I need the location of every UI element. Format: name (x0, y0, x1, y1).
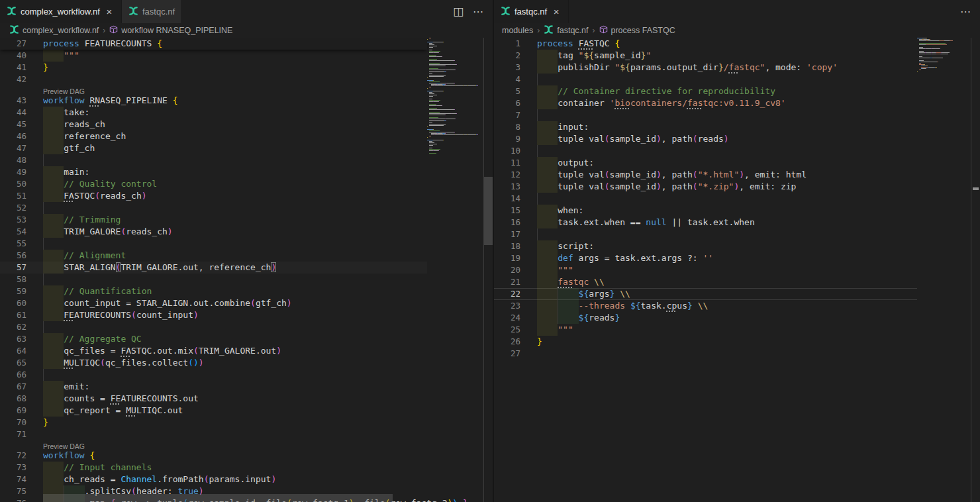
line-number[interactable]: 23 (494, 300, 520, 312)
split-editor-icon[interactable]: ◫ (453, 6, 464, 17)
line-number[interactable]: 75 (0, 485, 26, 497)
code-line[interactable]: 7 (494, 109, 917, 121)
line-number[interactable]: 69 (0, 405, 26, 417)
code-line[interactable]: 73// Input channels (0, 462, 427, 474)
minimap[interactable] (427, 38, 483, 154)
code-line[interactable]: 69qc_report = MULTIQC.out (0, 405, 427, 417)
line-number[interactable]: 27 (0, 38, 26, 50)
code-line[interactable]: 20""" (494, 264, 917, 276)
code-line[interactable]: 50// Quality control (0, 178, 427, 190)
line-number[interactable]: 47 (0, 142, 26, 154)
code-line[interactable]: 27 (494, 348, 917, 360)
line-number[interactable]: 21 (494, 276, 520, 288)
line-number[interactable]: 61 (0, 309, 26, 321)
line-number[interactable]: 48 (0, 154, 26, 166)
line-number[interactable]: 49 (0, 166, 26, 178)
line-number[interactable]: 67 (0, 381, 26, 393)
code-line[interactable]: 48 (0, 154, 427, 166)
close-icon[interactable]: × (104, 6, 115, 17)
line-number[interactable]: 5 (494, 85, 520, 97)
breadcrumb-item[interactable]: fastqc.nf (544, 25, 588, 36)
line-number[interactable]: 56 (0, 250, 26, 262)
line-number[interactable]: 50 (0, 178, 26, 190)
line-number[interactable]: 20 (494, 264, 520, 276)
line-number[interactable]: 66 (0, 369, 26, 381)
sticky-scroll-line[interactable]: 27process FEATURECOUNTS { (0, 38, 427, 50)
code-line[interactable]: 67emit: (0, 381, 427, 393)
code-line[interactable]: 56// Alignment (0, 250, 427, 262)
code-line[interactable]: 57STAR_ALIGN(TRIM_GALORE.out, reference_… (0, 262, 427, 274)
code-line[interactable]: 5// Container directive for reproducibil… (494, 85, 917, 97)
code-line[interactable]: 24${reads} (494, 312, 917, 324)
line-number[interactable]: 26 (494, 336, 520, 348)
line-number[interactable]: 12 (494, 169, 520, 181)
code-editor[interactable]: 1process FASTQC {2tag "${sample_id}"3pub… (494, 38, 980, 502)
code-line[interactable]: 3publishDir "${params.output_dir}/fastqc… (494, 62, 917, 74)
code-line[interactable]: 40""" (0, 50, 427, 62)
close-icon[interactable]: × (551, 6, 562, 17)
line-number[interactable]: 76 (0, 497, 26, 502)
code-line[interactable]: 8input: (494, 121, 917, 133)
line-number[interactable]: 11 (494, 157, 520, 169)
line-number[interactable]: 1 (494, 38, 520, 50)
line-number[interactable]: 63 (0, 333, 26, 345)
tab-fastqc.nf[interactable]: fastqc.nf (122, 0, 182, 23)
line-number[interactable]: 3 (494, 62, 520, 74)
line-number[interactable]: 64 (0, 345, 26, 357)
code-line[interactable]: 62 (0, 321, 427, 333)
code-line[interactable]: 55 (0, 238, 427, 250)
tab-complex_workflow.nf[interactable]: complex_workflow.nf× (0, 0, 122, 23)
line-number[interactable]: 27 (494, 348, 520, 360)
code-line[interactable]: 11output: (494, 157, 917, 169)
code-line[interactable]: 18script: (494, 240, 917, 252)
code-line[interactable]: 71 (0, 428, 427, 440)
breadcrumb-item[interactable]: modules (502, 26, 533, 35)
code-line[interactable]: 6container 'biocontainers/fastqc:v0.11.9… (494, 97, 917, 109)
code-line[interactable]: 44take: (0, 107, 427, 119)
line-number[interactable]: 57 (0, 262, 26, 274)
code-line[interactable]: 74ch_reads = Channel.fromPath(params.inp… (0, 474, 427, 485)
line-number[interactable]: 45 (0, 119, 26, 130)
vertical-scrollbar-thumb[interactable] (484, 177, 493, 245)
code-line[interactable]: 16task.ext.when == null || task.ext.when (494, 217, 917, 228)
code-line[interactable]: 43workflow RNASEQ_PIPELINE { (0, 95, 427, 107)
line-number[interactable]: 52 (0, 202, 26, 214)
code-line[interactable]: 25""" (494, 324, 917, 336)
more-icon[interactable]: ⋯ (473, 7, 483, 17)
line-number[interactable]: 43 (0, 95, 26, 107)
more-icon[interactable]: ⋯ (960, 7, 971, 17)
line-number[interactable]: 17 (494, 228, 520, 240)
line-number[interactable]: 13 (494, 181, 520, 193)
code-line[interactable]: 59// Quantification (0, 285, 427, 297)
line-number[interactable]: 14 (494, 193, 520, 205)
code-line[interactable]: 68counts = FEATURECOUNTS.out (0, 393, 427, 405)
line-number[interactable]: 24 (494, 312, 520, 324)
line-number[interactable]: 58 (0, 274, 26, 285)
line-number[interactable]: 18 (494, 240, 520, 252)
line-number[interactable]: 25 (494, 324, 520, 336)
line-number[interactable]: 55 (0, 238, 26, 250)
code-line[interactable]: 64qc_files = FASTQC.out.mix(TRIM_GALORE.… (0, 345, 427, 357)
code-line[interactable]: 10 (494, 145, 917, 157)
code-line[interactable]: 26} (494, 336, 917, 348)
line-number[interactable]: 40 (0, 50, 26, 62)
line-number[interactable]: 8 (494, 121, 520, 133)
code-line[interactable]: 1process FASTQC { (494, 38, 917, 50)
line-number[interactable]: 2 (494, 50, 520, 62)
code-line[interactable]: 9tuple val(sample_id), path(reads) (494, 133, 917, 145)
code-line[interactable]: 23--threads ${task.cpus} \\ (494, 300, 917, 312)
code-line[interactable]: 12tuple val(sample_id), path("*.html"), … (494, 169, 917, 181)
line-number[interactable]: 62 (0, 321, 26, 333)
horizontal-scrollbar-thumb[interactable] (43, 494, 393, 502)
minimap[interactable] (917, 38, 971, 72)
code-line[interactable]: 46reference_ch (0, 130, 427, 142)
line-number[interactable]: 74 (0, 474, 26, 485)
code-line[interactable]: 22${args} \\ (494, 288, 917, 300)
line-number[interactable]: 15 (494, 205, 520, 217)
line-number[interactable]: 65 (0, 357, 26, 369)
code-line[interactable]: 13tuple val(sample_id), path("*.zip"), e… (494, 181, 917, 193)
line-number[interactable]: 71 (0, 428, 26, 440)
line-number[interactable]: 53 (0, 214, 26, 226)
code-line[interactable]: 54TRIM_GALORE(reads_ch) (0, 226, 427, 238)
code-line[interactable]: 61FEATURECOUNTS(count_input) (0, 309, 427, 321)
